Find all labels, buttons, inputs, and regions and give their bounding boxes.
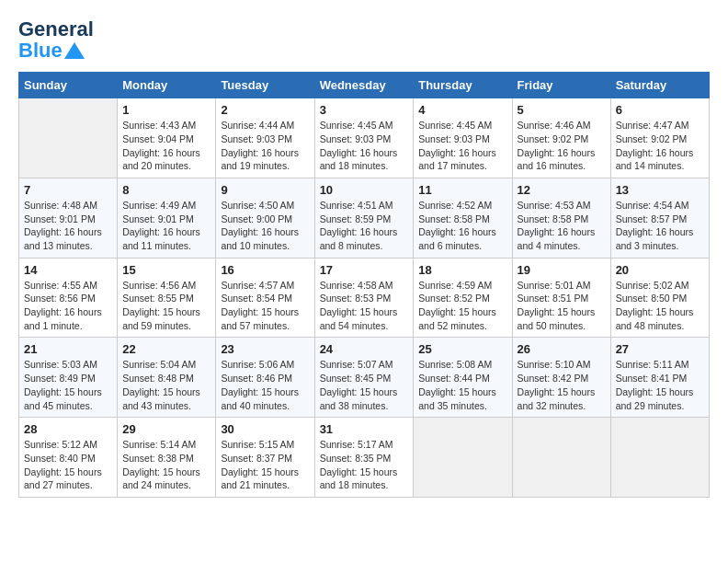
weekday-header-wednesday: Wednesday bbox=[314, 73, 414, 98]
calendar-cell: 17Sunrise: 4:58 AM Sunset: 8:53 PM Dayli… bbox=[314, 258, 414, 338]
day-number: 4 bbox=[418, 103, 506, 117]
calendar-cell: 18Sunrise: 4:59 AM Sunset: 8:52 PM Dayli… bbox=[414, 258, 512, 338]
day-info: Sunrise: 4:59 AM Sunset: 8:52 PM Dayligh… bbox=[418, 279, 506, 333]
day-number: 27 bbox=[616, 342, 704, 356]
week-row-1: 1Sunrise: 4:43 AM Sunset: 9:04 PM Daylig… bbox=[19, 98, 710, 178]
day-number: 2 bbox=[221, 103, 309, 117]
weekday-header-saturday: Saturday bbox=[610, 73, 709, 98]
calendar-cell: 11Sunrise: 4:52 AM Sunset: 8:58 PM Dayli… bbox=[414, 178, 512, 258]
calendar-cell bbox=[19, 98, 118, 178]
day-info: Sunrise: 4:48 AM Sunset: 9:01 PM Dayligh… bbox=[24, 199, 112, 253]
day-number: 5 bbox=[518, 103, 606, 117]
day-number: 11 bbox=[418, 183, 506, 197]
calendar-cell: 24Sunrise: 5:07 AM Sunset: 8:45 PM Dayli… bbox=[314, 338, 414, 418]
week-row-2: 7Sunrise: 4:48 AM Sunset: 9:01 PM Daylig… bbox=[19, 178, 710, 258]
calendar-cell bbox=[414, 418, 512, 498]
day-info: Sunrise: 5:12 AM Sunset: 8:40 PM Dayligh… bbox=[24, 438, 112, 492]
calendar-cell: 4Sunrise: 4:45 AM Sunset: 9:03 PM Daylig… bbox=[414, 98, 512, 178]
day-number: 24 bbox=[320, 342, 409, 356]
day-number: 21 bbox=[24, 342, 112, 356]
calendar-table: SundayMondayTuesdayWednesdayThursdayFrid… bbox=[18, 72, 710, 498]
logo: General Blue bbox=[18, 18, 94, 63]
calendar-cell: 16Sunrise: 4:57 AM Sunset: 8:54 PM Dayli… bbox=[216, 258, 314, 338]
weekday-header-thursday: Thursday bbox=[414, 73, 512, 98]
day-info: Sunrise: 4:43 AM Sunset: 9:04 PM Dayligh… bbox=[122, 119, 210, 173]
calendar-cell: 10Sunrise: 4:51 AM Sunset: 8:59 PM Dayli… bbox=[314, 178, 414, 258]
calendar-cell: 2Sunrise: 4:44 AM Sunset: 9:03 PM Daylig… bbox=[216, 98, 314, 178]
day-info: Sunrise: 4:51 AM Sunset: 8:59 PM Dayligh… bbox=[320, 199, 409, 253]
day-number: 16 bbox=[221, 263, 309, 277]
calendar-cell: 8Sunrise: 4:49 AM Sunset: 9:01 PM Daylig… bbox=[118, 178, 216, 258]
logo-icon bbox=[64, 42, 85, 59]
svg-marker-0 bbox=[64, 42, 85, 59]
day-number: 25 bbox=[418, 342, 506, 356]
week-row-5: 28Sunrise: 5:12 AM Sunset: 8:40 PM Dayli… bbox=[19, 418, 710, 498]
calendar-cell: 12Sunrise: 4:53 AM Sunset: 8:58 PM Dayli… bbox=[512, 178, 610, 258]
calendar-cell: 28Sunrise: 5:12 AM Sunset: 8:40 PM Dayli… bbox=[19, 418, 118, 498]
calendar-cell: 14Sunrise: 4:55 AM Sunset: 8:56 PM Dayli… bbox=[19, 258, 118, 338]
day-info: Sunrise: 4:49 AM Sunset: 9:01 PM Dayligh… bbox=[122, 199, 210, 253]
day-number: 9 bbox=[221, 183, 309, 197]
day-number: 6 bbox=[616, 103, 704, 117]
calendar-cell: 15Sunrise: 4:56 AM Sunset: 8:55 PM Dayli… bbox=[118, 258, 216, 338]
day-info: Sunrise: 5:17 AM Sunset: 8:35 PM Dayligh… bbox=[320, 438, 409, 492]
day-number: 20 bbox=[616, 263, 704, 277]
day-info: Sunrise: 5:08 AM Sunset: 8:44 PM Dayligh… bbox=[418, 358, 506, 412]
day-info: Sunrise: 5:11 AM Sunset: 8:41 PM Dayligh… bbox=[616, 358, 704, 412]
calendar-cell: 25Sunrise: 5:08 AM Sunset: 8:44 PM Dayli… bbox=[414, 338, 512, 418]
calendar-cell bbox=[512, 418, 610, 498]
day-info: Sunrise: 5:15 AM Sunset: 8:37 PM Dayligh… bbox=[221, 438, 309, 492]
day-number: 3 bbox=[320, 103, 409, 117]
calendar-cell: 31Sunrise: 5:17 AM Sunset: 8:35 PM Dayli… bbox=[314, 418, 414, 498]
weekday-header-row: SundayMondayTuesdayWednesdayThursdayFrid… bbox=[19, 73, 710, 98]
day-info: Sunrise: 4:52 AM Sunset: 8:58 PM Dayligh… bbox=[418, 199, 506, 253]
day-info: Sunrise: 5:02 AM Sunset: 8:50 PM Dayligh… bbox=[616, 279, 704, 333]
calendar-cell: 3Sunrise: 4:45 AM Sunset: 9:03 PM Daylig… bbox=[314, 98, 414, 178]
day-info: Sunrise: 4:47 AM Sunset: 9:02 PM Dayligh… bbox=[616, 119, 704, 173]
calendar-cell: 29Sunrise: 5:14 AM Sunset: 8:38 PM Dayli… bbox=[118, 418, 216, 498]
day-info: Sunrise: 4:45 AM Sunset: 9:03 PM Dayligh… bbox=[320, 119, 409, 173]
day-info: Sunrise: 5:03 AM Sunset: 8:49 PM Dayligh… bbox=[24, 358, 112, 412]
day-number: 23 bbox=[221, 342, 309, 356]
day-info: Sunrise: 5:07 AM Sunset: 8:45 PM Dayligh… bbox=[320, 358, 409, 412]
day-number: 28 bbox=[24, 422, 112, 436]
day-number: 31 bbox=[320, 422, 409, 436]
day-info: Sunrise: 4:55 AM Sunset: 8:56 PM Dayligh… bbox=[24, 279, 112, 333]
day-number: 26 bbox=[518, 342, 606, 356]
day-number: 18 bbox=[418, 263, 506, 277]
day-number: 22 bbox=[122, 342, 210, 356]
weekday-header-friday: Friday bbox=[512, 73, 610, 98]
day-info: Sunrise: 5:14 AM Sunset: 8:38 PM Dayligh… bbox=[122, 438, 210, 492]
calendar-cell: 20Sunrise: 5:02 AM Sunset: 8:50 PM Dayli… bbox=[610, 258, 709, 338]
day-number: 19 bbox=[518, 263, 606, 277]
day-info: Sunrise: 5:06 AM Sunset: 8:46 PM Dayligh… bbox=[221, 358, 309, 412]
calendar-cell: 19Sunrise: 5:01 AM Sunset: 8:51 PM Dayli… bbox=[512, 258, 610, 338]
week-row-4: 21Sunrise: 5:03 AM Sunset: 8:49 PM Dayli… bbox=[19, 338, 710, 418]
day-number: 13 bbox=[616, 183, 704, 197]
week-row-3: 14Sunrise: 4:55 AM Sunset: 8:56 PM Dayli… bbox=[19, 258, 710, 338]
day-number: 12 bbox=[518, 183, 606, 197]
page-header: General Blue bbox=[18, 18, 710, 63]
day-number: 17 bbox=[320, 263, 409, 277]
day-number: 7 bbox=[24, 183, 112, 197]
day-number: 30 bbox=[221, 422, 309, 436]
day-number: 29 bbox=[122, 422, 210, 436]
day-info: Sunrise: 4:46 AM Sunset: 9:02 PM Dayligh… bbox=[518, 119, 606, 173]
calendar-cell: 22Sunrise: 5:04 AM Sunset: 8:48 PM Dayli… bbox=[118, 338, 216, 418]
day-info: Sunrise: 4:58 AM Sunset: 8:53 PM Dayligh… bbox=[320, 279, 409, 333]
calendar-cell: 21Sunrise: 5:03 AM Sunset: 8:49 PM Dayli… bbox=[19, 338, 118, 418]
calendar-cell: 5Sunrise: 4:46 AM Sunset: 9:02 PM Daylig… bbox=[512, 98, 610, 178]
weekday-header-monday: Monday bbox=[118, 73, 216, 98]
calendar-cell: 26Sunrise: 5:10 AM Sunset: 8:42 PM Dayli… bbox=[512, 338, 610, 418]
calendar-cell: 9Sunrise: 4:50 AM Sunset: 9:00 PM Daylig… bbox=[216, 178, 314, 258]
weekday-header-tuesday: Tuesday bbox=[216, 73, 314, 98]
day-number: 8 bbox=[122, 183, 210, 197]
day-info: Sunrise: 4:50 AM Sunset: 9:00 PM Dayligh… bbox=[221, 199, 309, 253]
calendar-cell: 7Sunrise: 4:48 AM Sunset: 9:01 PM Daylig… bbox=[19, 178, 118, 258]
calendar-cell: 27Sunrise: 5:11 AM Sunset: 8:41 PM Dayli… bbox=[610, 338, 709, 418]
calendar-cell: 13Sunrise: 4:54 AM Sunset: 8:57 PM Dayli… bbox=[610, 178, 709, 258]
calendar-cell bbox=[610, 418, 709, 498]
calendar-cell: 1Sunrise: 4:43 AM Sunset: 9:04 PM Daylig… bbox=[118, 98, 216, 178]
day-number: 14 bbox=[24, 263, 112, 277]
day-number: 1 bbox=[122, 103, 210, 117]
